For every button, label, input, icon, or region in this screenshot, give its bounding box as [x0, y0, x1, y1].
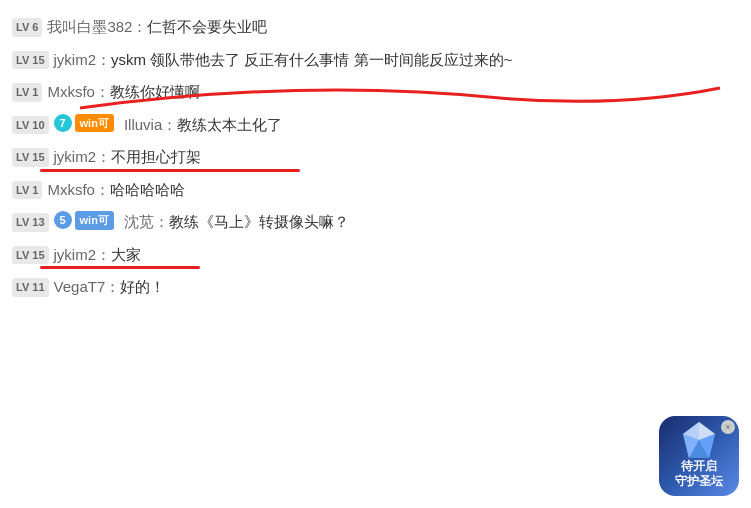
- username: Mxksfo：: [47, 181, 110, 198]
- username: Mxksfo：: [47, 83, 110, 100]
- username: jykim2：: [54, 246, 112, 263]
- win-number-badge: 7: [54, 114, 72, 132]
- level-badge: LV 6: [12, 18, 42, 37]
- win-badge-group: 5 win可: [54, 211, 119, 230]
- level-badge: LV 1: [12, 181, 42, 200]
- level-badge: LV 11: [12, 278, 49, 297]
- chat-container: LV 6 我叫白墨382：仁哲不会要失业吧 LV 15 jykim2：yskm …: [0, 0, 751, 508]
- level-badge: LV 15: [12, 246, 49, 265]
- username: 沈苋：: [124, 213, 169, 230]
- username: VegaT7：: [54, 278, 121, 295]
- username: 我叫白墨382：: [47, 18, 147, 35]
- chat-row: LV 15 jykim2：yskm 领队带他去了 反正有什么事情 第一时间能反应…: [0, 44, 751, 77]
- chat-row: LV 1 Mxksfo：教练你好懂啊: [0, 76, 751, 109]
- chat-row: LV 6 我叫白墨382：仁哲不会要失业吧: [0, 8, 751, 44]
- chat-row: LV 15 jykim2：不用担心打架: [0, 141, 751, 174]
- close-icon[interactable]: ×: [721, 420, 735, 434]
- red-underline: [40, 169, 300, 172]
- message-text: jykim2：yskm 领队带他去了 反正有什么事情 第一时间能反应过来的~: [54, 49, 739, 72]
- level-badge: LV 15: [12, 148, 49, 167]
- message-text: Mxksfo：教练你好懂啊: [47, 81, 739, 104]
- chat-row: LV 10 7 win可 Illuvia：教练太本土化了: [0, 109, 751, 142]
- chat-row: LV 1 Mxksfo：哈哈哈哈哈: [0, 174, 751, 207]
- win-badge: win可: [75, 211, 114, 230]
- level-badge: LV 1: [12, 83, 42, 102]
- message-text: Mxksfo：哈哈哈哈哈: [47, 179, 739, 202]
- username: jykim2：: [54, 148, 112, 165]
- message-text: jykim2：大家: [54, 244, 739, 267]
- win-badge: win可: [75, 114, 114, 133]
- message-text: 沈苋：教练《马上》转摄像头嘛？: [124, 211, 739, 234]
- win-badge-group: 7 win可: [54, 114, 119, 133]
- username: Illuvia：: [124, 116, 177, 133]
- level-badge: LV 13: [12, 213, 49, 232]
- level-badge: LV 15: [12, 51, 49, 70]
- chat-row: LV 11 VegaT7：好的！: [0, 271, 751, 304]
- crystal-icon: [677, 420, 721, 464]
- level-badge: LV 10: [12, 116, 49, 135]
- message-text: jykim2：不用担心打架: [54, 146, 739, 169]
- username: jykim2：: [54, 51, 112, 68]
- win-number-badge: 5: [54, 211, 72, 229]
- chat-row: LV 13 5 win可 沈苋：教练《马上》转摄像头嘛？: [0, 206, 751, 239]
- game-badge[interactable]: × 待开启守护圣坛: [659, 416, 739, 496]
- message-text: VegaT7：好的！: [54, 276, 739, 299]
- message-text: Illuvia：教练太本土化了: [124, 114, 739, 137]
- chat-row: LV 15 jykim2：大家: [0, 239, 751, 272]
- red-underline: [40, 266, 200, 269]
- message-text: 我叫白墨382：仁哲不会要失业吧: [47, 16, 739, 39]
